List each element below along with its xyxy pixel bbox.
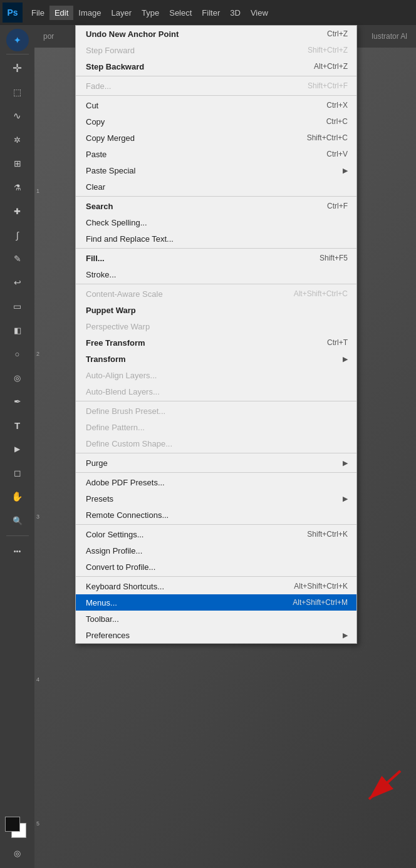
tool-type[interactable]: T	[6, 414, 29, 437]
menu-item-transform[interactable]: Transform ▶	[76, 351, 356, 367]
separator-6	[76, 401, 356, 401]
menu-item-free-transform[interactable]: Free Transform Ctrl+T	[76, 334, 356, 351]
menu-item-define-pattern: Define Pattern...	[76, 419, 356, 435]
tool-pen[interactable]: ✒	[6, 390, 29, 413]
ruler-mark-4: 4	[36, 676, 39, 683]
menu-item-step-backward[interactable]: Step Backward Alt+Ctrl+Z	[76, 58, 356, 75]
tool-healing[interactable]: ✚	[6, 200, 29, 222]
menu-select[interactable]: Select	[164, 6, 197, 20]
menu-item-copy-merged[interactable]: Copy Merged Shift+Ctrl+C	[76, 130, 356, 146]
foreground-color-swatch[interactable]	[5, 817, 20, 832]
edit-dropdown-menu: Undo New Anchor Point Ctrl+Z Step Forwar…	[75, 25, 357, 644]
separator-4	[76, 248, 356, 249]
separator-8	[76, 472, 356, 473]
menu-layer[interactable]: Layer	[107, 6, 137, 20]
menu-3d[interactable]: 3D	[225, 6, 246, 20]
menu-item-keyboard-shortcuts[interactable]: Keyboard Shortcuts... Alt+Shift+Ctrl+K	[76, 578, 356, 594]
menu-item-paste[interactable]: Paste Ctrl+V	[76, 146, 356, 162]
quick-mask-toggle[interactable]: ◎	[6, 842, 29, 864]
menu-bar: Ps File Edit Image Layer Type Select Fil…	[0, 0, 416, 25]
menu-type[interactable]: Type	[137, 6, 164, 20]
separator-2	[76, 95, 356, 96]
tool-brush[interactable]: ∫	[6, 224, 29, 246]
menu-item-convert-to-profile[interactable]: Convert to Profile...	[76, 559, 356, 575]
ruler-mark-3: 3	[36, 514, 39, 520]
menu-item-check-spelling[interactable]: Check Spelling...	[76, 214, 356, 230]
menu-item-auto-align: Auto-Align Layers...	[76, 367, 356, 383]
tool-lasso[interactable]: ∿	[6, 105, 29, 127]
separator-7	[76, 453, 356, 453]
tool-zoom[interactable]: 🔍	[6, 509, 29, 532]
menu-item-define-brush: Define Brush Preset...	[76, 403, 356, 419]
menu-item-content-aware-scale: Content-Aware Scale Alt+Shift+Ctrl+C	[76, 286, 356, 302]
menu-item-preferences[interactable]: Preferences ▶	[76, 627, 356, 643]
menu-item-adobe-pdf-presets[interactable]: Adobe PDF Presets...	[76, 474, 356, 490]
menu-item-fade: Fade... Shift+Ctrl+F	[76, 78, 356, 94]
tool-shape[interactable]: ◻	[6, 462, 29, 484]
menu-item-purge[interactable]: Purge ▶	[76, 455, 356, 471]
tool-gradient[interactable]: ◧	[6, 319, 29, 341]
tool-eyedropper[interactable]: ⚗	[6, 176, 29, 199]
menu-edit[interactable]: Edit	[49, 6, 73, 20]
menu-file[interactable]: File	[26, 6, 49, 20]
menu-item-undo[interactable]: Undo New Anchor Point Ctrl+Z	[76, 26, 356, 42]
ruler-mark-2: 2	[36, 351, 39, 357]
ps-logo[interactable]: Ps	[3, 3, 23, 23]
separator-5	[76, 284, 356, 284]
menu-view[interactable]: View	[246, 6, 273, 20]
menu-item-perspective-warp: Perspective Warp	[76, 318, 356, 334]
menu-item-auto-blend: Auto-Blend Layers...	[76, 383, 356, 400]
menu-item-clear[interactable]: Clear	[76, 178, 356, 195]
menu-item-puppet-warp[interactable]: Puppet Warp	[76, 302, 356, 318]
ruler-mark-1: 1	[36, 188, 39, 194]
separator-9	[76, 524, 356, 525]
tool-crop[interactable]: ⊞	[6, 152, 29, 175]
menu-item-paste-special[interactable]: Paste Special ▶	[76, 162, 356, 178]
tool-dodge[interactable]: ◎	[6, 366, 29, 389]
menu-item-find-replace[interactable]: Find and Replace Text...	[76, 230, 356, 247]
tool-brain[interactable]: ✦	[6, 29, 29, 51]
canvas-info-left: por	[39, 30, 58, 43]
menu-item-fill[interactable]: Fill... Shift+F5	[76, 250, 356, 266]
tool-hand[interactable]: ✋	[6, 485, 29, 508]
menu-item-remote-connections[interactable]: Remote Connections...	[76, 507, 356, 523]
menu-item-define-custom-shape: Define Custom Shape...	[76, 435, 356, 452]
tool-blur[interactable]: ○	[6, 343, 29, 365]
menu-item-presets[interactable]: Presets ▶	[76, 490, 356, 507]
menu-item-toolbar[interactable]: Toolbar...	[76, 611, 356, 627]
ruler-mark-5: 5	[36, 820, 39, 827]
separator-1	[76, 76, 356, 76]
tool-path-select[interactable]: ▶	[6, 438, 29, 460]
tool-select-rect[interactable]: ⬚	[6, 81, 29, 103]
tool-history-brush[interactable]: ↩	[6, 271, 29, 294]
menu-filter[interactable]: Filter	[197, 6, 225, 20]
menu-item-stroke[interactable]: Stroke...	[76, 266, 356, 282]
menu-item-search[interactable]: Search Ctrl+F	[76, 198, 356, 214]
tool-eraser[interactable]: ▭	[6, 295, 29, 318]
menu-item-assign-profile[interactable]: Assign Profile...	[76, 542, 356, 559]
separator-10	[76, 576, 356, 577]
tool-move[interactable]: ✛	[6, 57, 29, 80]
menu-item-step-forward: Step Forward Shift+Ctrl+Z	[76, 42, 356, 58]
tool-more[interactable]: •••	[6, 540, 29, 562]
menu-item-copy[interactable]: Copy Ctrl+C	[76, 113, 356, 130]
tool-magic-wand[interactable]: ✲	[6, 128, 29, 151]
menu-item-color-settings[interactable]: Color Settings... Shift+Ctrl+K	[76, 526, 356, 542]
illustrator-label: lustrator Al	[368, 30, 411, 43]
toolbar-left: ✦ ✛ ⬚ ∿ ✲ ⊞ ⚗ ✚ ∫ ✎ ↩ ▭ ◧ ○ ◎ ✒ T	[0, 25, 34, 868]
menu-item-menus[interactable]: Menus... Alt+Shift+Ctrl+M	[76, 594, 356, 611]
menu-image[interactable]: Image	[73, 6, 106, 20]
separator-3	[76, 196, 356, 197]
menu-item-cut[interactable]: Cut Ctrl+X	[76, 97, 356, 113]
tool-clone-stamp[interactable]: ✎	[6, 247, 29, 270]
